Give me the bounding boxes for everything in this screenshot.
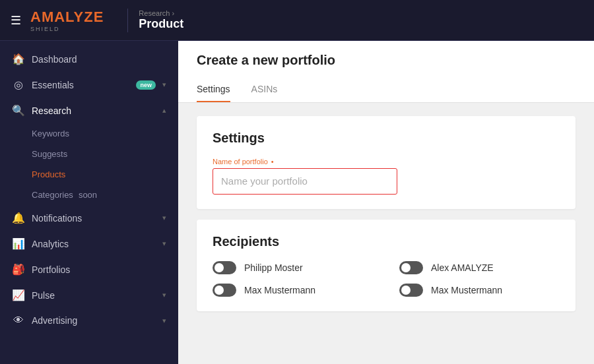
portfolio-name-input-wrapper[interactable]: Name your portfolio bbox=[213, 168, 397, 195]
sidebar-item-label: Dashboard bbox=[32, 54, 166, 65]
chevron-down-icon: ▾ bbox=[162, 239, 166, 248]
sidebar-subitem-suggests[interactable]: Suggests bbox=[0, 144, 178, 164]
sidebar-item-label: Analytics bbox=[32, 239, 156, 249]
recipient-name: Alex AMALYZE bbox=[431, 262, 494, 273]
sidebar-item-essentials[interactable]: ◎ Essentials new ▾ bbox=[0, 72, 178, 98]
content-body: Settings Name of portfolio • Name your p… bbox=[178, 103, 594, 335]
sidebar-item-analytics[interactable]: 📊 Analytics ▾ bbox=[0, 231, 178, 257]
search-icon: 🔍 bbox=[12, 104, 25, 117]
logo-sub: SHIELD bbox=[30, 26, 104, 32]
categories-label: Categories bbox=[32, 190, 73, 200]
sidebar-item-advertising[interactable]: 👁 Advertising ▾ bbox=[0, 308, 178, 333]
logo-prefix: AM bbox=[30, 9, 54, 25]
sidebar-subitem-keywords[interactable]: Keywords bbox=[0, 123, 178, 144]
page-title: Create a new portfolio bbox=[197, 53, 576, 68]
sidebar-item-label: Portfolios bbox=[32, 264, 166, 275]
badge-new: new bbox=[136, 80, 156, 90]
recipients-section-title: Recipients bbox=[213, 234, 560, 249]
tabs-container: Settings ASINs bbox=[197, 78, 576, 102]
analytics-icon: 📊 bbox=[12, 237, 25, 250]
toggle-max2[interactable] bbox=[399, 284, 423, 297]
recipient-name: Max Mustermann bbox=[431, 285, 502, 295]
recipient-name: Philipp Moster bbox=[244, 262, 303, 273]
breadcrumb-separator: › bbox=[172, 9, 174, 17]
essentials-icon: ◎ bbox=[12, 78, 25, 91]
toggle-max1[interactable] bbox=[213, 284, 236, 297]
menu-icon[interactable]: ☰ bbox=[11, 13, 21, 28]
sidebar-item-research[interactable]: 🔍 Research ▴ bbox=[0, 98, 178, 123]
chevron-down-icon: ▾ bbox=[162, 291, 166, 299]
breadcrumb: Research › Product bbox=[139, 9, 183, 31]
logo-highlight: AL bbox=[54, 9, 73, 25]
pulse-icon: 📈 bbox=[12, 289, 25, 301]
sidebar-subitem-products[interactable]: Products bbox=[0, 164, 178, 185]
portfolio-name-input[interactable]: Name your portfolio bbox=[221, 175, 308, 187]
breadcrumb-current: Product bbox=[139, 17, 183, 31]
sidebar-item-label: Research bbox=[32, 106, 156, 116]
recipient-row: Max Mustermann bbox=[399, 284, 560, 297]
logo-text: AMALYZE bbox=[30, 9, 104, 26]
sidebar-subitem-categories[interactable]: Categories soon bbox=[0, 185, 178, 205]
topbar-divider bbox=[127, 9, 128, 32]
recipient-row: Philipp Moster bbox=[213, 261, 373, 274]
settings-section-title: Settings bbox=[213, 131, 560, 146]
sidebar: 🏠 Dashboard ◎ Essentials new ▾ 🔍 Researc… bbox=[0, 41, 178, 364]
breadcrumb-parent-text: Research bbox=[139, 9, 170, 17]
home-icon: 🏠 bbox=[12, 53, 25, 65]
chevron-down-icon: ▾ bbox=[162, 317, 166, 325]
topbar: ☰ AMALYZE SHIELD Research › Product bbox=[0, 0, 594, 41]
settings-card: Settings Name of portfolio • Name your p… bbox=[197, 116, 576, 209]
toggle-philipp[interactable] bbox=[213, 261, 236, 274]
logo: AMALYZE SHIELD bbox=[30, 9, 104, 32]
sidebar-item-label: Essentials bbox=[32, 80, 129, 90]
sidebar-item-portfolios[interactable]: 🎒 Portfolios bbox=[0, 257, 178, 282]
sidebar-item-label: Notifications bbox=[32, 213, 156, 224]
bell-icon: 🔔 bbox=[12, 212, 25, 224]
recipient-row: Max Mustermann bbox=[213, 284, 373, 297]
content-header: Create a new portfolio Settings ASINs bbox=[178, 41, 594, 103]
badge-soon: soon bbox=[79, 190, 97, 200]
sidebar-item-pulse[interactable]: 📈 Pulse ▾ bbox=[0, 282, 178, 308]
chevron-up-icon: ▴ bbox=[162, 106, 166, 115]
sidebar-item-label: Advertising bbox=[32, 315, 156, 326]
required-indicator: • bbox=[271, 158, 274, 166]
portfolios-icon: 🎒 bbox=[12, 263, 25, 276]
chevron-down-icon: ▾ bbox=[162, 214, 166, 222]
breadcrumb-parent: Research › bbox=[139, 9, 183, 17]
tab-settings[interactable]: Settings bbox=[197, 78, 230, 102]
logo-suffix: YZE bbox=[74, 9, 104, 25]
sidebar-item-label: Pulse bbox=[32, 290, 156, 301]
recipients-card: Recipients Philipp Moster Alex AMALYZE M… bbox=[197, 220, 576, 311]
advertising-icon: 👁 bbox=[12, 315, 25, 326]
toggle-alex[interactable] bbox=[399, 261, 423, 274]
recipient-name: Max Mustermann bbox=[244, 285, 315, 295]
sidebar-item-notifications[interactable]: 🔔 Notifications ▾ bbox=[0, 205, 178, 231]
sidebar-item-dashboard[interactable]: 🏠 Dashboard bbox=[0, 46, 178, 72]
recipient-row: Alex AMALYZE bbox=[399, 261, 560, 274]
main-content: Create a new portfolio Settings ASINs Se… bbox=[178, 41, 594, 364]
recipients-grid: Philipp Moster Alex AMALYZE Max Musterma… bbox=[213, 261, 560, 297]
layout: 🏠 Dashboard ◎ Essentials new ▾ 🔍 Researc… bbox=[0, 41, 594, 364]
tab-asins[interactable]: ASINs bbox=[251, 78, 278, 102]
field-label-portfolio-name: Name of portfolio • bbox=[213, 158, 560, 166]
chevron-down-icon: ▾ bbox=[162, 80, 166, 89]
